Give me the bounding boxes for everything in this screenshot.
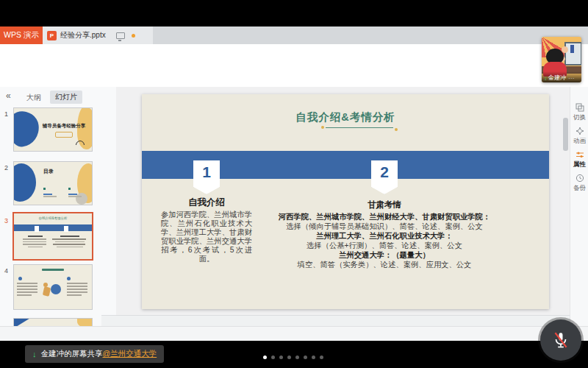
slide-thumbnail-5[interactable] [13,318,93,326]
exam-line: 河西学院、兰州城市学院、兰州财经大学、甘肃财贸职业学院： [273,212,496,222]
page-dot-active[interactable] [263,355,267,359]
deco [13,163,36,202]
deco [68,200,87,206]
deco [67,283,87,296]
slide-title: 自我介绍&考情分析 [142,110,549,124]
more-options-icon[interactable]: ⋯ [568,75,574,82]
share-banner-link[interactable]: @兰州交通大学 [103,349,157,359]
exam-line: 选择（倾向于辅导员基础知识）、简答、论述、案例、公文 [273,222,496,231]
page-dot[interactable] [279,355,283,359]
properties-icon [576,150,584,159]
page-dot[interactable] [320,355,323,359]
page-dot[interactable] [271,355,275,359]
deco [18,277,22,280]
page-dot[interactable] [312,355,315,359]
deco [43,286,51,297]
webcam-overlay[interactable]: ↓ 金建冲 ⋯ [542,37,581,82]
right-side-panel: 切换 动画 属性 备份 [570,87,588,326]
thumb-2-title: 目录 [43,168,54,175]
deco [55,132,73,138]
deco [23,236,48,247]
current-slide[interactable]: 自我介绍&考情分析 1 2 自我介绍 参加河西学院、兰州城市学院、兰州石化职业技… [142,94,549,309]
wps-app-button[interactable]: WPS 演示 [0,26,43,44]
badge-1: 1 [193,160,220,194]
top-black-bar [0,0,588,26]
transition-icon [576,103,584,112]
panel-item-properties[interactable]: 属性 [570,150,588,169]
exam-line: 选择（公基+行测）、简答、论述、案例、公文 [273,241,496,250]
exam-line: 兰州交通大学：（题量大） [273,250,496,260]
deco [13,318,32,326]
deco [42,269,64,271]
deco [43,200,62,206]
share-banner-text: 金建冲的屏幕共享 [41,349,103,359]
slide-thumbnail-1[interactable]: 辅导员备考经验分享 [13,107,93,152]
thumb-4-number: 4 [4,267,8,275]
status-bar: 幻灯片 3 / 18 Office Theme T? 缺失字体 ≡ 备注 ▾ ▭… [0,326,588,342]
animation-icon [576,127,584,135]
microphone-muted-button[interactable] [540,319,581,361]
badge-2: 2 [371,160,398,194]
right-column-body: 河西学院、兰州城市学院、兰州财经大学、甘肃财贸职业学院： 选择（倾向于辅导员基础… [273,212,496,269]
screen-share-banner: ↓ 金建冲的屏幕共享 @兰州交通大学 [25,345,164,363]
download-arrow-icon: ↓ [32,350,37,358]
deco [43,180,62,197]
deco [570,45,574,53]
backup-clock-icon [576,174,584,183]
deco [67,277,71,280]
deco [564,42,581,66]
panel-item-backup[interactable]: 备份 [570,174,588,193]
right-column-heading: 甘肃考情 [311,199,458,210]
page-dot[interactable] [304,355,307,359]
left-column-body: 参加河西学院、兰州城市学院、兰州石化职业技术大学、兰州理工大学、甘肃财贸职业学院… [161,210,252,263]
thumb-1-title: 辅导员备考经验分享 [37,123,90,130]
deco [68,180,87,197]
deco [14,224,92,231]
thumb-3-number: 3 [4,217,8,224]
exam-line: 兰州理工大学、兰州石化职业技术大学： [273,231,496,241]
presenting-monitor-icon [116,32,125,39]
thumb-1-number: 1 [4,110,8,118]
document-tab[interactable]: P 经验分享.pptx [43,26,153,44]
title-underline [326,127,393,128]
document-tab-title: 经验分享.pptx [60,30,106,40]
deco [51,284,61,294]
download-arrow-icon: ↓ [544,75,547,82]
panel-item-animation[interactable]: 动画 [570,127,588,146]
thumb-2-number: 2 [4,164,8,171]
screen: WPS 演示 P 经验分享.pptx + 未登录 − ▢ × ≡ 文件 ▾ ▣ … [0,0,588,368]
left-column-heading: 自我介绍 [171,197,242,209]
slide-thumbnail-2[interactable]: 目录 [13,161,93,205]
window-tab-bar: WPS 演示 P 经验分享.pptx + 未登录 − ▢ × [0,26,588,44]
ribbon-toolbar: ▤ 粘贴 ▾ ✂ 剪切 ▣ 复制 ✎ 格式刷 ▶ 当页开始 ▾ ▤ ▦ 重置 版… [0,60,588,88]
thumb-3-title: 自我介绍&考情分析 [14,216,92,220]
slide-thumbnail-4[interactable] [13,264,93,310]
ppt-file-icon: P [47,31,57,40]
deco [321,126,324,129]
notes-bar[interactable]: ≡ 单击此处添加备注 [101,315,570,327]
deco [17,283,37,296]
page-dot[interactable] [287,355,291,359]
webcam-name-bar: ↓ 金建冲 ⋯ [542,71,581,82]
slide-thumbnail-3-selected[interactable]: 自我介绍&考情分析 [12,212,93,261]
deco [64,226,68,232]
deco [77,318,93,326]
exam-line: 填空、简答（实务类）、论述、案例、应用文、公文 [273,260,496,269]
deco [43,180,89,200]
unsaved-dot [132,34,135,38]
tab-outline[interactable]: 大纲 [26,93,41,103]
deco [52,236,87,247]
slide-thumbnail-panel: « 大纲 幻灯片 1 辅导员备考经验分享 2 目录 3 自我介绍&考情 [0,87,117,326]
collapse-panel-icon[interactable]: « [6,91,11,101]
menu-bar: ≡ 文件 ▾ ▣ ▭ ⊟ ↶ ↷ ▾ 开始 插入 设计 切换 动画 放映 审阅 … [0,44,588,60]
vertical-scrollbar[interactable] [563,118,568,151]
panel-item-transition[interactable]: 切换 [570,103,588,122]
webcam-name: 金建冲 [548,74,566,82]
deco [395,128,398,131]
mic-muted-icon [551,330,570,350]
tab-slides[interactable]: 幻灯片 [50,91,82,104]
page-dot[interactable] [295,355,299,359]
deco [35,226,39,232]
